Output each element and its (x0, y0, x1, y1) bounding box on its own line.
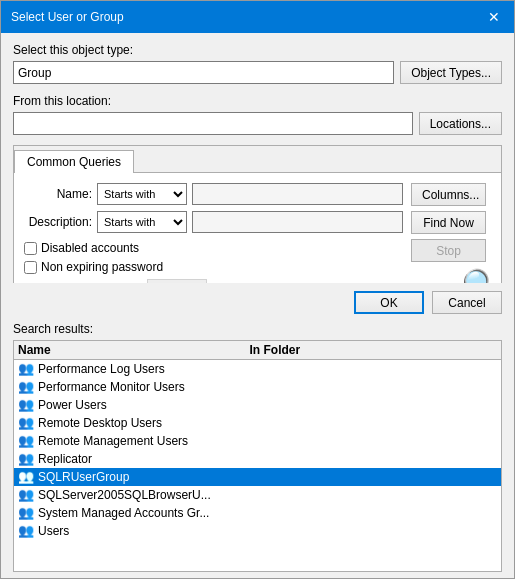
non-expiring-password-row: Non expiring password (24, 260, 403, 274)
ok-cancel-row: OK Cancel (1, 283, 514, 322)
group-icon: 👥 (18, 361, 34, 377)
tab-common-queries[interactable]: Common Queries (14, 150, 134, 173)
table-row[interactable]: 👥 SQLRUserGroup (14, 468, 501, 486)
scrollbar-spacer (481, 343, 497, 357)
location-input[interactable] (13, 112, 413, 135)
table-row[interactable]: 👥 Users (14, 522, 501, 540)
desc-filter-select[interactable]: Starts with Is exactly Ends with Contain… (97, 211, 187, 233)
tab-main: Name: Starts with Is exactly Ends with C… (24, 183, 491, 283)
table-row[interactable]: 👥 Power Users (14, 396, 501, 414)
table-row[interactable]: 👥 Remote Desktop Users (14, 414, 501, 432)
tab-left: Name: Starts with Is exactly Ends with C… (24, 183, 403, 283)
group-icon: 👥 (18, 379, 34, 395)
object-types-button[interactable]: Object Types... (400, 61, 502, 84)
description-label: Description: (24, 215, 92, 229)
search-results-label: Search results: (1, 322, 514, 336)
row-name: Replicator (38, 452, 92, 466)
group-icon: 👥 (18, 469, 34, 485)
group-icon: 👥 (18, 433, 34, 449)
table-row[interactable]: 👥 Performance Monitor Users (14, 378, 501, 396)
title-bar: Select User or Group ✕ (1, 1, 514, 33)
row-name: Remote Management Users (38, 434, 188, 448)
row-name: Performance Log Users (38, 362, 165, 376)
object-type-label: Select this object type: (13, 43, 502, 57)
results-header: Name In Folder (14, 341, 501, 360)
group-icon: 👥 (18, 523, 34, 539)
table-row[interactable]: 👥 SQLServer2005SQLBrowserU... (14, 486, 501, 504)
search-icon-area: 🔎 (411, 267, 491, 283)
name-filter-select[interactable]: Starts with Is exactly Ends with Contain… (97, 183, 187, 205)
col-name-header: Name (18, 343, 250, 357)
col-folder-header: In Folder (250, 343, 482, 357)
group-icon: 👥 (18, 415, 34, 431)
table-row[interactable]: 👥 Replicator (14, 450, 501, 468)
location-row: Locations... (13, 112, 502, 135)
row-name: Users (38, 524, 69, 538)
group-icon: 👥 (18, 505, 34, 521)
group-icon: 👥 (18, 487, 34, 503)
search-magnifier-icon: 🔎 (451, 267, 491, 283)
object-type-input[interactable] (13, 61, 394, 84)
find-now-button[interactable]: Find Now (411, 211, 486, 234)
table-row[interactable]: 👥 System Managed Accounts Gr... (14, 504, 501, 522)
name-value-input[interactable] (192, 183, 403, 205)
tab-content: Name: Starts with Is exactly Ends with C… (14, 172, 501, 283)
disabled-accounts-label: Disabled accounts (41, 241, 139, 255)
name-label: Name: (24, 187, 92, 201)
tab-header: Common Queries (14, 146, 501, 172)
locations-button[interactable]: Locations... (419, 112, 502, 135)
disabled-accounts-row: Disabled accounts (24, 241, 403, 255)
desc-value-input[interactable] (192, 211, 403, 233)
select-user-group-dialog: Select User or Group ✕ Select this objec… (0, 0, 515, 579)
common-queries-tab-container: Common Queries Name: Starts with Is exac… (13, 145, 502, 283)
row-name: System Managed Accounts Gr... (38, 506, 209, 520)
row-name: Power Users (38, 398, 107, 412)
ok-button[interactable]: OK (354, 291, 424, 314)
results-table[interactable]: Name In Folder 👥 Performance Log Users 👥… (13, 340, 502, 572)
stop-button[interactable]: Stop (411, 239, 486, 262)
results-body: 👥 Performance Log Users 👥 Performance Mo… (14, 360, 501, 540)
group-icon: 👥 (18, 451, 34, 467)
object-type-row: Object Types... (13, 61, 502, 84)
days-select[interactable] (147, 279, 207, 283)
group-icon: 👥 (18, 397, 34, 413)
row-name: SQLServer2005SQLBrowserU... (38, 488, 211, 502)
table-row[interactable]: 👥 Performance Log Users (14, 360, 501, 378)
columns-button[interactable]: Columns... (411, 183, 486, 206)
dialog-body: Select this object type: Object Types...… (1, 33, 514, 283)
row-name: Remote Desktop Users (38, 416, 162, 430)
non-expiring-password-checkbox[interactable] (24, 261, 37, 274)
tab-right-buttons: Columns... Find Now Stop 🔎 (411, 183, 491, 283)
dialog-title: Select User or Group (11, 10, 124, 24)
disabled-accounts-checkbox[interactable] (24, 242, 37, 255)
row-name: Performance Monitor Users (38, 380, 185, 394)
location-label: From this location: (13, 94, 502, 108)
close-button[interactable]: ✕ (484, 7, 504, 27)
row-name: SQLRUserGroup (38, 470, 129, 484)
cancel-button[interactable]: Cancel (432, 291, 502, 314)
non-expiring-password-label: Non expiring password (41, 260, 163, 274)
table-row[interactable]: 👥 Remote Management Users (14, 432, 501, 450)
